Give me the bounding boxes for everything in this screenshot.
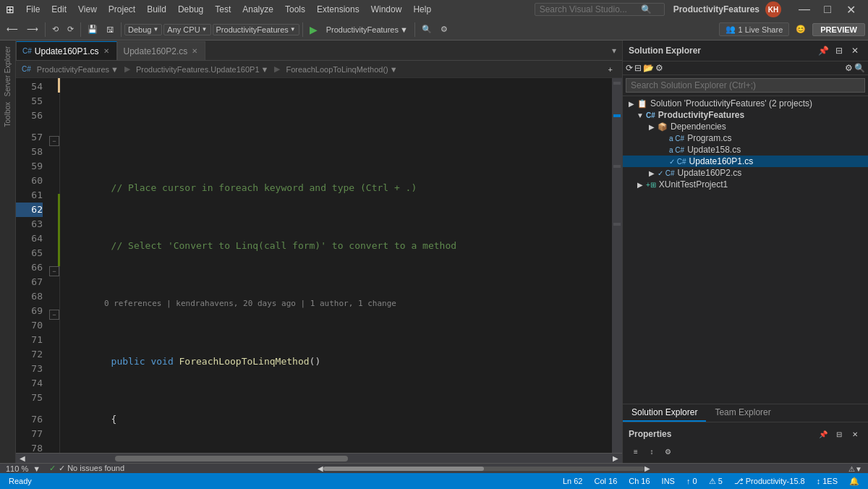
maximize-button[interactable]: □ bbox=[816, 0, 839, 19]
preview-button[interactable]: PREVIEW bbox=[812, 23, 865, 36]
code-content[interactable]: // Place cursor in foreach keyword and t… bbox=[60, 78, 612, 453]
menu-edit[interactable]: Edit bbox=[46, 3, 72, 16]
prop-property-pages-button[interactable]: ⚙ bbox=[660, 444, 675, 459]
menu-extensions[interactable]: Extensions bbox=[311, 3, 365, 16]
h-scroll-right[interactable]: ▶ bbox=[644, 464, 650, 472]
diagnostics-button[interactable]: 🔍 bbox=[418, 22, 435, 36]
tab-close-update160p2[interactable]: ✕ bbox=[190, 46, 199, 56]
tools-button[interactable]: ⚙ bbox=[437, 22, 451, 36]
tree-item-update160p1[interactable]: ✓ C# Update160P1.cs bbox=[623, 156, 868, 167]
h-scroll-left[interactable]: ◀ bbox=[318, 464, 323, 472]
tree-item-xunit[interactable]: ▶ +⊞ XUnitTestProject1 bbox=[623, 179, 868, 190]
toolbox-label[interactable]: Toolbox bbox=[4, 99, 12, 129]
status-warnings[interactable]: ⚠ 5 bbox=[706, 477, 726, 486]
feedback-button[interactable]: 😊 bbox=[792, 22, 809, 36]
status-sync[interactable]: ↕ 1ES bbox=[814, 477, 841, 485]
se-filter-button[interactable]: ⚙ bbox=[655, 63, 663, 73]
se-search-input[interactable] bbox=[626, 78, 865, 93]
save-button[interactable]: 💾 bbox=[84, 22, 101, 36]
run-project-button[interactable]: ProductivityFeatures ▼ bbox=[323, 23, 412, 36]
h-scroll-thumb-2[interactable] bbox=[323, 467, 484, 471]
h-scroll-section[interactable]: ◀ ▶ bbox=[124, 464, 843, 472]
config-dropdown[interactable]: Debug ▼ bbox=[124, 24, 162, 35]
se-refresh-button[interactable]: ⟳ bbox=[626, 63, 633, 73]
nav-back-button[interactable]: ⟵ bbox=[3, 22, 22, 36]
menu-analyze[interactable]: Analyze bbox=[237, 3, 279, 16]
tree-item-project[interactable]: ▼ C# ProductivityFeatures bbox=[623, 109, 868, 121]
expand-xunit[interactable]: ▶ bbox=[634, 181, 646, 189]
h-scroll-inner[interactable]: ◀ ▶ bbox=[318, 464, 650, 472]
se-tab-solution-explorer[interactable]: Solution Explorer bbox=[623, 404, 706, 422]
tree-item-dependencies[interactable]: ▶ 📦 Dependencies bbox=[623, 121, 868, 132]
breadcrumb-method[interactable]: ForeachLoopToLinqMethod() ▼ bbox=[283, 64, 400, 75]
status-ins[interactable]: INS bbox=[659, 477, 678, 485]
code-editor[interactable]: 54 55 56 57 58 59 60 61 62 63 64 65 66 6… bbox=[16, 78, 622, 453]
status-line[interactable]: Ln 62 bbox=[560, 477, 586, 485]
breadcrumb-file[interactable]: ProductivityFeatures.Update160P1 ▼ bbox=[133, 64, 272, 75]
editor-scrollbar[interactable] bbox=[612, 78, 622, 453]
title-search-box[interactable]: 🔍 bbox=[535, 3, 665, 16]
server-explorer-label[interactable]: Server Explorer bbox=[4, 43, 12, 99]
menu-window[interactable]: Window bbox=[365, 3, 408, 16]
minimize-button[interactable]: — bbox=[793, 0, 816, 19]
run-button[interactable]: ▶ bbox=[306, 22, 321, 38]
title-search-input[interactable] bbox=[540, 4, 641, 14]
live-share-button[interactable]: 👥 1 Live Share bbox=[719, 22, 790, 36]
close-button[interactable]: ✕ bbox=[839, 0, 862, 19]
status-ready[interactable]: Ready bbox=[6, 477, 35, 485]
se-pin-button[interactable]: 📌 bbox=[816, 43, 830, 58]
expand-solution[interactable]: ▶ bbox=[626, 100, 637, 108]
tab-dropdown-button[interactable]: ▾ bbox=[606, 41, 622, 60]
menu-test[interactable]: Test bbox=[209, 3, 237, 16]
se-show-all-button[interactable]: 📂 bbox=[643, 63, 654, 73]
status-ch[interactable]: Ch 16 bbox=[626, 477, 652, 485]
menu-tools[interactable]: Tools bbox=[279, 3, 311, 16]
tree-item-program[interactable]: a C# Program.cs bbox=[623, 132, 868, 144]
se-close-button[interactable]: ✕ bbox=[848, 43, 862, 58]
scroll-track[interactable] bbox=[27, 456, 610, 462]
prop-alphabetical-button[interactable]: ↕ bbox=[644, 444, 659, 459]
tab-update160p1[interactable]: C# Update160P1.cs ✕ bbox=[16, 41, 117, 60]
collapse-64[interactable]: − bbox=[49, 310, 59, 320]
save-all-button[interactable]: 🖫 bbox=[103, 23, 118, 36]
expand-project[interactable]: ▼ bbox=[634, 111, 646, 119]
collapse-57[interactable]: − bbox=[49, 136, 59, 146]
se-settings-button[interactable]: ⚙ bbox=[845, 63, 853, 73]
error-nav-button[interactable]: ⚠▼ bbox=[848, 465, 862, 473]
se-collapse-all-button[interactable]: ⊟ bbox=[634, 63, 642, 73]
menu-project[interactable]: Project bbox=[103, 3, 141, 16]
menu-debug[interactable]: Debug bbox=[172, 3, 209, 16]
se-dock-button[interactable]: ⊟ bbox=[832, 43, 846, 58]
menu-file[interactable]: File bbox=[20, 3, 46, 16]
h-scroll-track-2[interactable] bbox=[323, 467, 644, 471]
menu-build[interactable]: Build bbox=[141, 3, 172, 16]
scroll-thumb[interactable] bbox=[115, 456, 348, 462]
prop-categorized-button[interactable]: ≡ bbox=[629, 444, 643, 459]
scroll-left-button[interactable]: ◀ bbox=[17, 454, 27, 464]
nav-forward-button[interactable]: ⟶ bbox=[23, 22, 42, 36]
prop-close-button[interactable]: ✕ bbox=[848, 427, 862, 441]
collapse-62[interactable]: − bbox=[49, 266, 59, 276]
scroll-right-button[interactable]: ▶ bbox=[610, 454, 621, 464]
prop-dock-button[interactable]: ⊟ bbox=[832, 427, 846, 441]
tree-item-update160p2[interactable]: ▶ ✓ C# Update160P2.cs bbox=[623, 167, 868, 179]
tab-update160p2[interactable]: Update160P2.cs ✕ bbox=[117, 41, 206, 60]
redo-button[interactable]: ⟳ bbox=[64, 22, 77, 36]
breadcrumb-project[interactable]: ProductivityFeatures ▼ bbox=[34, 64, 122, 75]
expand-update160p2[interactable]: ▶ bbox=[646, 169, 658, 177]
expand-dependencies[interactable]: ▶ bbox=[646, 123, 658, 131]
platform-dropdown[interactable]: Any CPU ▼ bbox=[163, 24, 210, 35]
se-tab-team-explorer[interactable]: Team Explorer bbox=[706, 404, 779, 422]
menu-view[interactable]: View bbox=[72, 3, 103, 16]
status-notification[interactable]: 🔔 bbox=[846, 477, 862, 486]
solution-explorer-search[interactable] bbox=[623, 75, 868, 96]
project-dropdown[interactable]: ProductivityFeatures ▼ bbox=[213, 24, 299, 35]
user-avatar[interactable]: KH bbox=[765, 1, 781, 17]
horizontal-scrollbar[interactable]: ◀ ▶ bbox=[16, 453, 622, 463]
status-errors[interactable]: ↑ 0 bbox=[684, 477, 700, 485]
se-search-button[interactable]: 🔍 bbox=[854, 63, 865, 73]
tab-close-update160p1[interactable]: ✕ bbox=[102, 46, 111, 56]
zoom-dropdown-arrow[interactable]: ▼ bbox=[33, 464, 41, 473]
status-branch[interactable]: ⎇ Productivity-15.8 bbox=[731, 477, 808, 486]
status-col[interactable]: Col 16 bbox=[591, 477, 620, 485]
